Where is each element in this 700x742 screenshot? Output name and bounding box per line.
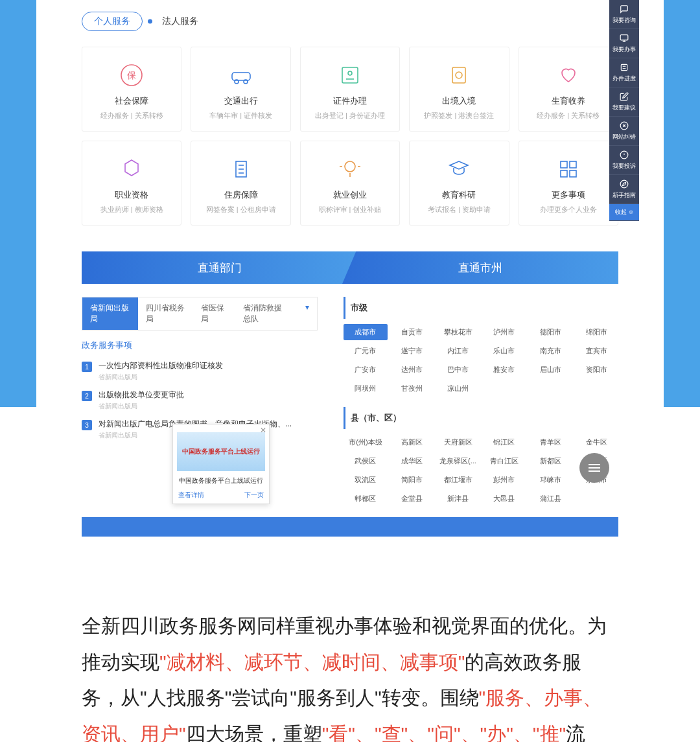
hamburger-icon: [589, 470, 600, 472]
city-cell[interactable]: 甘孜州: [390, 380, 434, 397]
city-cell[interactable]: 凉山州: [436, 380, 480, 397]
banner-label: 直通部门: [198, 261, 242, 275]
building-icon: [226, 154, 256, 184]
svg-rect-34: [561, 170, 567, 177]
grid-icon: [554, 154, 583, 184]
dept-tab[interactable]: 省消防救援总队: [235, 297, 298, 330]
banner-dept[interactable]: 直通部门: [82, 251, 358, 284]
district-cell[interactable]: 市(州)本级: [344, 434, 387, 450]
service-card[interactable]: 生育收养经办服务 | 关系转移: [519, 47, 618, 132]
dept-item-sub: 省新闻出版局: [99, 402, 318, 411]
city-cell[interactable]: 德阳市: [528, 324, 572, 340]
graduate-icon: [444, 154, 474, 184]
city-cell[interactable]: 阿坝州: [344, 380, 387, 397]
district-cell[interactable]: 青羊区: [528, 434, 572, 450]
tab-personal-service[interactable]: 个人服务: [82, 12, 143, 31]
tab-legal-service[interactable]: 法人服务: [162, 16, 198, 27]
float-item-complain[interactable]: 我要投诉: [609, 146, 639, 175]
dept-service-item[interactable]: 2出版物批发单位变更审批省新闻出版局: [82, 386, 318, 415]
district-cell[interactable]: 简阳市: [390, 472, 434, 488]
district-cell[interactable]: 金牛区: [575, 434, 618, 450]
dept-tab[interactable]: 省新闻出版局: [82, 297, 138, 330]
float-label: 网站纠错: [612, 133, 636, 141]
float-item-guide[interactable]: 新手指南: [609, 175, 639, 204]
district-cell[interactable]: 双流区: [344, 472, 387, 488]
service-card[interactable]: 交通出行车辆年审 | 证件核发: [191, 47, 290, 132]
district-cell[interactable]: 金堂县: [390, 491, 434, 507]
city-cell[interactable]: 雅安市: [482, 362, 526, 378]
number-badge: 1: [82, 362, 92, 372]
city-cell[interactable]: 绵阳市: [575, 324, 618, 340]
article-text-part: 四大场景，重塑: [186, 723, 322, 743]
city-cell[interactable]: 巴中市: [436, 362, 480, 378]
svg-point-12: [620, 180, 628, 188]
bulb-icon: [335, 154, 365, 184]
float-item-progress[interactable]: 办件进度: [609, 58, 639, 87]
service-card[interactable]: 住房保障网签备案 | 公租房申请: [191, 141, 290, 226]
district-cell[interactable]: 郫都区: [344, 491, 387, 507]
menu-fab-button[interactable]: [579, 453, 609, 483]
district-cell[interactable]: 高新区: [390, 434, 434, 450]
close-icon[interactable]: ✕: [260, 426, 266, 435]
district-cell[interactable]: 蒲江县: [528, 491, 572, 507]
district-cell[interactable]: 武侯区: [344, 453, 387, 469]
district-cell[interactable]: 都江堰市: [436, 472, 480, 488]
service-subtitle: 经办服务 | 关系转移: [88, 111, 176, 121]
city-section-title: 市级: [344, 297, 618, 319]
article-highlight: "看"、"查"、"问"、"办"、"推": [322, 723, 566, 743]
district-cell[interactable]: 邛崃市: [528, 472, 572, 488]
float-label: 新手指南: [612, 191, 636, 200]
float-item-correct[interactable]: 网站纠错: [609, 117, 639, 146]
dept-item-title: 一次性内部资料性出版物准印证核发: [99, 360, 318, 371]
city-cell[interactable]: 攀枝花市: [436, 324, 480, 340]
popup-banner-text: 中国政务服务平台上线运行: [182, 447, 260, 456]
float-collapse[interactable]: 收起 ⊙: [609, 204, 639, 221]
city-cell[interactable]: 泸州市: [482, 324, 526, 340]
city-cell[interactable]: 资阳市: [575, 362, 618, 378]
district-cell[interactable]: 天府新区: [436, 434, 480, 450]
service-card[interactable]: 更多事项办理更多个人业务: [519, 141, 618, 226]
city-cell[interactable]: 成都市: [344, 324, 387, 340]
number-badge: 2: [82, 391, 92, 401]
service-card[interactable]: 保社会保障经办服务 | 关系转移: [82, 47, 181, 132]
alert-icon: [619, 150, 629, 160]
district-cell[interactable]: 青白江区: [482, 453, 526, 469]
district-cell[interactable]: 新津县: [436, 491, 480, 507]
city-cell[interactable]: 达州市: [390, 362, 434, 378]
chevron-down-icon[interactable]: ▾: [298, 297, 317, 330]
district-cell[interactable]: 锦江区: [482, 434, 526, 450]
service-subtitle: 职称评审 | 创业补贴: [306, 205, 394, 214]
float-item-work[interactable]: 我要办事: [609, 29, 639, 58]
float-item-consult[interactable]: 我要咨询: [609, 0, 639, 29]
dept-service-item[interactable]: 1一次性内部资料性出版物准印证核发省新闻出版局: [82, 356, 318, 386]
dept-tab[interactable]: 省医保局: [193, 297, 235, 330]
number-badge: 3: [82, 420, 92, 430]
service-card[interactable]: 出境入境护照签发 | 港澳台签注: [409, 47, 509, 132]
hamburger-icon: [589, 467, 600, 469]
district-cell[interactable]: 大邑县: [482, 491, 526, 507]
city-cell[interactable]: 乐山市: [482, 343, 526, 359]
district-cell[interactable]: 龙泉驿区(...: [436, 453, 480, 469]
city-cell[interactable]: 自贡市: [390, 324, 434, 340]
city-cell[interactable]: 广元市: [344, 343, 387, 359]
city-cell[interactable]: 南充市: [528, 343, 572, 359]
banner-city[interactable]: 直通市州: [342, 251, 618, 284]
service-card[interactable]: 证件办理出身登记 | 身份证办理: [300, 47, 400, 132]
service-card[interactable]: 职业资格执业药师 | 教师资格: [82, 141, 181, 226]
service-card[interactable]: 就业创业职称评审 | 创业补贴: [300, 141, 400, 226]
district-cell[interactable]: 彭州市: [482, 472, 526, 488]
city-cell[interactable]: 宜宾市: [575, 343, 618, 359]
dept-tab[interactable]: 四川省税务局: [138, 297, 194, 330]
service-card[interactable]: 教育科研考试报名 | 资助申请: [409, 141, 509, 226]
city-cell[interactable]: 内江市: [436, 343, 480, 359]
city-cell[interactable]: 眉山市: [528, 362, 572, 378]
edit-icon: [619, 91, 629, 102]
district-cell[interactable]: 成华区: [390, 453, 434, 469]
float-item-suggest[interactable]: 我要建议: [609, 87, 639, 117]
popup-detail-link[interactable]: 查看详情: [178, 491, 204, 500]
popup-next-link[interactable]: 下一页: [244, 491, 264, 500]
heart-icon: [554, 60, 583, 90]
city-cell[interactable]: 遂宁市: [390, 343, 434, 359]
city-cell[interactable]: 广安市: [344, 362, 387, 378]
district-cell[interactable]: 新都区: [528, 453, 572, 469]
